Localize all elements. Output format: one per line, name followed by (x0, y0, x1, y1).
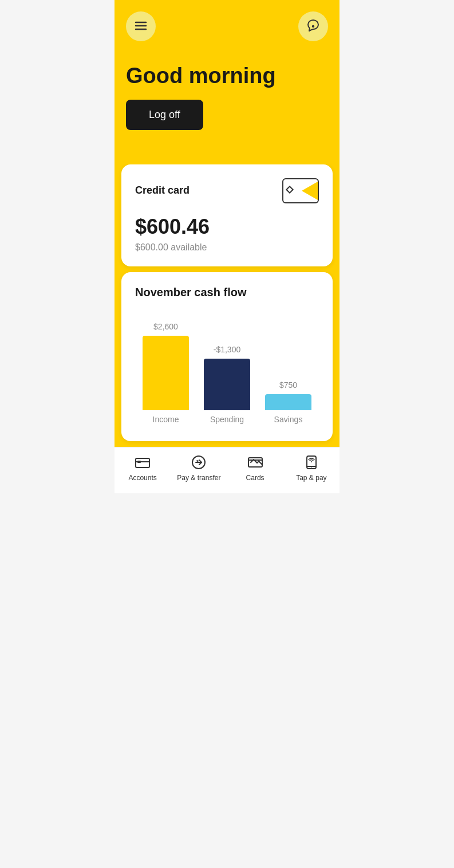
header: Good morning Log off (115, 0, 339, 164)
app-container: Good morning Log off Credit card $600.46… (115, 0, 339, 493)
credit-card-title: Credit card (135, 184, 190, 197)
accounts-icon (135, 454, 151, 470)
chat-button[interactable] (298, 11, 328, 41)
header-top (126, 11, 328, 41)
income-value: $2,600 (135, 322, 196, 331)
savings-label: Savings (258, 415, 319, 424)
cashflow-title: November cash flow (135, 286, 319, 299)
svg-point-3 (313, 25, 314, 26)
credit-amount: $600.46 (135, 215, 319, 239)
cash-flow-widget: November cash flow $2,600 Income -$1,300… (121, 272, 333, 441)
income-bar-group: $2,600 Income (135, 336, 196, 410)
accounts-label: Accounts (128, 474, 156, 482)
nav-item-pay-transfer[interactable]: $ Pay & transfer (171, 454, 227, 482)
cards-label: Cards (246, 474, 264, 482)
pay-transfer-label: Pay & transfer (177, 474, 220, 482)
available-amount: $600.00 available (135, 242, 319, 253)
cards-area: Credit card $600.46 $600.00 available No… (115, 164, 339, 447)
svg-point-14 (311, 467, 312, 468)
savings-bar-group: $750 Savings (258, 394, 319, 410)
income-bar (143, 336, 188, 410)
savings-bar (265, 394, 311, 410)
cash-flow-chart: $2,600 Income -$1,300 Spending $750 Savi… (135, 313, 319, 427)
svg-rect-4 (136, 458, 149, 468)
menu-button[interactable] (126, 11, 156, 41)
log-off-button[interactable]: Log off (126, 100, 203, 130)
nav-item-accounts[interactable]: Accounts (115, 454, 171, 482)
arrow-icon (302, 182, 318, 200)
cards-icon (247, 454, 263, 470)
spending-bar (204, 359, 250, 410)
spending-bar-group: -$1,300 Spending (196, 359, 258, 410)
credit-card-widget[interactable]: Credit card $600.46 $600.00 available (121, 164, 333, 266)
tap-pay-label: Tap & pay (296, 474, 326, 482)
pay-transfer-icon: $ (191, 454, 207, 470)
savings-value: $750 (258, 380, 319, 390)
spending-label: Spending (196, 415, 258, 424)
income-label: Income (135, 415, 196, 424)
bottom-nav: Accounts $ Pay & transfer (115, 447, 339, 493)
nav-item-cards[interactable]: Cards (227, 454, 283, 482)
chat-icon (306, 19, 320, 34)
tap-pay-icon (303, 454, 319, 470)
greeting-text: Good morning (126, 64, 328, 88)
credit-card-header: Credit card (135, 178, 319, 203)
nav-item-tap-pay[interactable]: Tap & pay (283, 454, 339, 482)
spending-value: -$1,300 (196, 345, 258, 354)
diamond-icon (286, 186, 294, 194)
credit-card-icon (282, 178, 319, 203)
svg-text:$: $ (196, 459, 199, 464)
svg-point-15 (311, 461, 312, 462)
hamburger-icon (134, 19, 148, 34)
